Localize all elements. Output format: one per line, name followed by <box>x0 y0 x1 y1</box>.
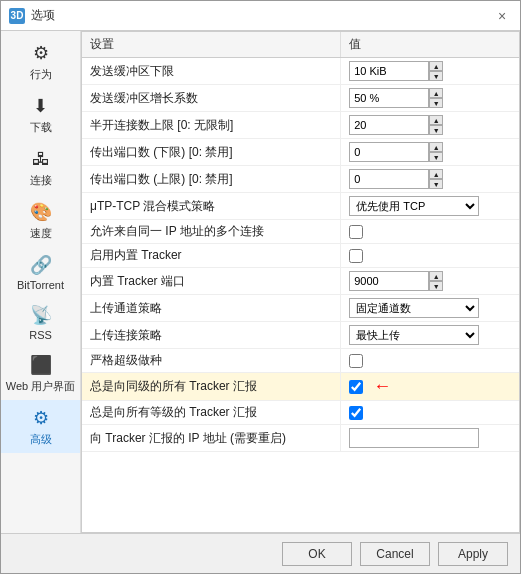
dropdown-10[interactable]: 最快上传 <box>349 325 479 345</box>
spinner-input-4[interactable] <box>349 169 429 189</box>
apply-button[interactable]: Apply <box>438 542 508 566</box>
setting-value-cell: ▲ ▼ <box>341 85 519 112</box>
setting-value-cell: ▲ ▼ <box>341 268 519 295</box>
setting-label: 传出端口数 (下限) [0: 禁用] <box>82 139 341 166</box>
ok-button[interactable]: OK <box>282 542 352 566</box>
advanced-label: 高级 <box>30 432 52 447</box>
spinner-2: ▲ ▼ <box>349 115 443 135</box>
setting-label: μTP-TCP 混合模式策略 <box>82 193 341 220</box>
table-row: 半开连接数上限 [0: 无限制] ▲ ▼ <box>82 112 519 139</box>
spinner-down-0[interactable]: ▼ <box>429 71 443 81</box>
setting-label: 总是向所有等级的 Tracker 汇报 <box>82 401 341 425</box>
col-value: 值 <box>341 32 519 58</box>
table-row: 传出端口数 (上限) [0: 禁用] ▲ ▼ <box>82 166 519 193</box>
rss-label: RSS <box>29 329 52 341</box>
bittorrent-icon: 🔗 <box>29 253 53 277</box>
spinner-input-1[interactable] <box>349 88 429 108</box>
web-icon: ⬛ <box>29 353 53 377</box>
setting-value-cell <box>341 425 519 452</box>
checkbox-11[interactable] <box>349 354 363 368</box>
main-content: 设置 值 发送缓冲区下限 ▲ ▼ 发送缓冲区增长系数 ▲ ▼ 半开连接数上限 [… <box>81 31 520 533</box>
setting-label: 传出端口数 (上限) [0: 禁用] <box>82 166 341 193</box>
sidebar-item-bittorrent[interactable]: 🔗 BitTorrent <box>1 247 80 297</box>
setting-label: 总是向同级的所有 Tracker 汇报 <box>82 373 341 401</box>
setting-label: 发送缓冲区增长系数 <box>82 85 341 112</box>
spinner-3: ▲ ▼ <box>349 142 443 162</box>
dropdown-5[interactable]: 优先使用 TCP <box>349 196 479 216</box>
sidebar-item-behavior[interactable]: ⚙ 行为 <box>1 35 80 88</box>
text-input-14[interactable] <box>349 428 479 448</box>
setting-value-cell <box>341 349 519 373</box>
table-row: 发送缓冲区下限 ▲ ▼ <box>82 58 519 85</box>
web-label: Web 用户界面 <box>6 379 75 394</box>
rss-icon: 📡 <box>29 303 53 327</box>
sidebar-item-web[interactable]: ⬛ Web 用户界面 <box>1 347 80 400</box>
bottom-bar: OK Cancel Apply <box>1 533 520 573</box>
spinner-down-2[interactable]: ▼ <box>429 125 443 135</box>
sidebar-item-speed[interactable]: 🎨 速度 <box>1 194 80 247</box>
setting-value-cell: ▲ ▼ <box>341 112 519 139</box>
spinner-up-1[interactable]: ▲ <box>429 88 443 98</box>
setting-label: 上传连接策略 <box>82 322 341 349</box>
checkbox-6[interactable] <box>349 225 363 239</box>
spinner-down-3[interactable]: ▼ <box>429 152 443 162</box>
setting-value-cell: ▲ ▼ <box>341 139 519 166</box>
connect-icon: 🖧 <box>29 147 53 171</box>
setting-value-cell: 最快上传 <box>341 322 519 349</box>
table-row: 严格超级做种 <box>82 349 519 373</box>
spinner-down-1[interactable]: ▼ <box>429 98 443 108</box>
arrow-indicator: ← <box>373 376 391 397</box>
spinner-0: ▲ ▼ <box>349 61 443 81</box>
download-label: 下载 <box>30 120 52 135</box>
checkbox-12[interactable] <box>349 380 363 394</box>
speed-label: 速度 <box>30 226 52 241</box>
checkbox-7[interactable] <box>349 249 363 263</box>
setting-value-cell <box>341 401 519 425</box>
table-row: 发送缓冲区增长系数 ▲ ▼ <box>82 85 519 112</box>
setting-label: 启用内置 Tracker <box>82 244 341 268</box>
spinner-up-8[interactable]: ▲ <box>429 271 443 281</box>
dropdown-9[interactable]: 固定通道数 <box>349 298 479 318</box>
setting-label: 允许来自同一 IP 地址的多个连接 <box>82 220 341 244</box>
sidebar-item-download[interactable]: ⬇ 下载 <box>1 88 80 141</box>
spinner-input-3[interactable] <box>349 142 429 162</box>
spinner-4: ▲ ▼ <box>349 169 443 189</box>
title-bar-left: 3D 选项 <box>9 7 55 24</box>
advanced-icon: ⚙ <box>29 406 53 430</box>
setting-value-cell: ▲ ▼ <box>341 166 519 193</box>
sidebar-item-rss[interactable]: 📡 RSS <box>1 297 80 347</box>
table-row: 上传连接策略最快上传 <box>82 322 519 349</box>
setting-label: 严格超级做种 <box>82 349 341 373</box>
table-row: 启用内置 Tracker <box>82 244 519 268</box>
behavior-label: 行为 <box>30 67 52 82</box>
spinner-input-2[interactable] <box>349 115 429 135</box>
setting-label: 向 Tracker 汇报的 IP 地址 (需要重启) <box>82 425 341 452</box>
content-area: ⚙ 行为 ⬇ 下载 🖧 连接 🎨 速度 🔗 BitTorrent 📡 RSS ⬛… <box>1 31 520 533</box>
app-icon: 3D <box>9 8 25 24</box>
spinner-down-8[interactable]: ▼ <box>429 281 443 291</box>
sidebar-item-advanced[interactable]: ⚙ 高级 <box>1 400 80 453</box>
setting-label: 发送缓冲区下限 <box>82 58 341 85</box>
table-row: 内置 Tracker 端口 ▲ ▼ <box>82 268 519 295</box>
table-row: μTP-TCP 混合模式策略优先使用 TCP <box>82 193 519 220</box>
spinner-input-8[interactable] <box>349 271 429 291</box>
spinner-up-2[interactable]: ▲ <box>429 115 443 125</box>
setting-value-cell: ▲ ▼ <box>341 58 519 85</box>
spinner-1: ▲ ▼ <box>349 88 443 108</box>
spinner-up-3[interactable]: ▲ <box>429 142 443 152</box>
sidebar-item-connect[interactable]: 🖧 连接 <box>1 141 80 194</box>
col-setting: 设置 <box>82 32 341 58</box>
options-window: 3D 选项 × ⚙ 行为 ⬇ 下载 🖧 连接 🎨 速度 🔗 BitTorrent… <box>0 0 521 574</box>
spinner-down-4[interactable]: ▼ <box>429 179 443 189</box>
spinner-up-4[interactable]: ▲ <box>429 169 443 179</box>
spinner-up-0[interactable]: ▲ <box>429 61 443 71</box>
close-button[interactable]: × <box>492 6 512 26</box>
setting-label: 半开连接数上限 [0: 无限制] <box>82 112 341 139</box>
setting-value-cell <box>341 244 519 268</box>
cancel-button[interactable]: Cancel <box>360 542 430 566</box>
checkbox-13[interactable] <box>349 406 363 420</box>
table-row: 上传通道策略固定通道数 <box>82 295 519 322</box>
download-icon: ⬇ <box>29 94 53 118</box>
bittorrent-label: BitTorrent <box>17 279 64 291</box>
spinner-input-0[interactable] <box>349 61 429 81</box>
